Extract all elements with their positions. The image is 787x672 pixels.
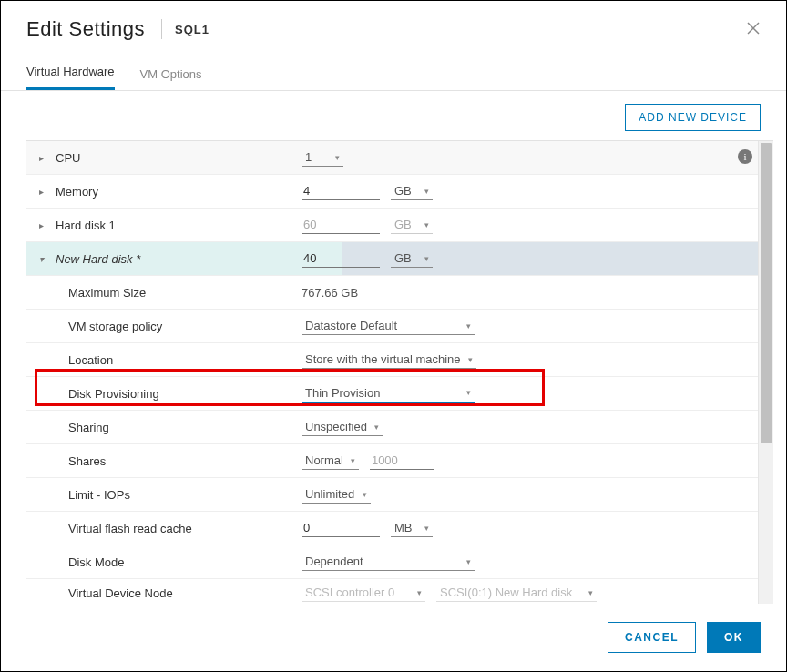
virtual-flash-unit-select[interactable]: MB▾ bbox=[391, 519, 433, 537]
tab-virtual-hardware[interactable]: Virtual Hardware bbox=[26, 57, 115, 90]
toolbar: ADD NEW DEVICE bbox=[1, 91, 786, 140]
row-disk-provisioning: Disk Provisioning Thin Provision▾ bbox=[26, 377, 758, 411]
chevron-right-icon: ▸ bbox=[39, 187, 48, 197]
disk-provisioning-select[interactable]: Thin Provision▾ bbox=[302, 384, 475, 403]
row-new-hard-disk[interactable]: ▾ New Hard disk * GB▾ bbox=[26, 242, 758, 276]
chevron-down-icon: ▾ bbox=[39, 254, 48, 264]
edit-settings-dialog: Edit Settings SQL1 Virtual Hardware VM O… bbox=[0, 0, 787, 672]
tab-bar: Virtual Hardware VM Options bbox=[1, 48, 786, 91]
memory-label: Memory bbox=[56, 185, 98, 199]
sharing-label: Sharing bbox=[68, 421, 109, 434]
row-virtual-flash: Virtual flash read cache MB▾ bbox=[26, 512, 758, 545]
scroll-wrap: ▸ CPU 1▾ i ▸ Memory bbox=[26, 140, 773, 604]
scsi-disk-select[interactable]: SCSI(0:1) New Hard disk▾ bbox=[436, 584, 597, 602]
dialog-footer: CANCEL OK bbox=[1, 604, 786, 671]
info-icon[interactable]: i bbox=[738, 149, 752, 164]
limit-iops-label: Limit - IOPs bbox=[68, 488, 130, 502]
ok-button[interactable]: OK bbox=[707, 622, 761, 653]
add-new-device-button[interactable]: ADD NEW DEVICE bbox=[625, 104, 761, 131]
device-rows: ▸ CPU 1▾ i ▸ Memory bbox=[26, 141, 758, 604]
dialog-header: Edit Settings SQL1 bbox=[1, 1, 786, 48]
row-sharing: Sharing Unspecified▾ bbox=[26, 411, 758, 444]
row-disk-mode: Disk Mode Dependent▾ bbox=[26, 545, 758, 579]
maximum-size-label: Maximum Size bbox=[68, 286, 146, 300]
virtual-flash-input[interactable] bbox=[302, 519, 380, 537]
row-hard-disk-1[interactable]: ▸ Hard disk 1 GB▾ bbox=[26, 209, 758, 242]
row-location: Location Store with the virtual machine▾ bbox=[26, 343, 758, 377]
scsi-controller-select[interactable]: SCSI controller 0▾ bbox=[302, 584, 425, 602]
shares-label: Shares bbox=[68, 454, 106, 468]
disk-mode-select[interactable]: Dependent▾ bbox=[302, 553, 475, 571]
dialog-title: Edit Settings bbox=[26, 17, 145, 41]
maximum-size-value: 767.66 GB bbox=[302, 286, 358, 300]
location-label: Location bbox=[68, 353, 113, 367]
new-hard-disk-unit-select[interactable]: GB▾ bbox=[391, 249, 433, 268]
memory-input[interactable] bbox=[302, 182, 380, 200]
cpu-select[interactable]: 1▾ bbox=[302, 148, 343, 167]
cpu-label: CPU bbox=[56, 151, 80, 165]
row-cpu[interactable]: ▸ CPU 1▾ i bbox=[26, 141, 758, 175]
location-select[interactable]: Store with the virtual machine▾ bbox=[302, 351, 476, 369]
disk-mode-label: Disk Mode bbox=[68, 555, 124, 569]
close-icon[interactable] bbox=[746, 21, 761, 40]
sharing-select[interactable]: Unspecified▾ bbox=[302, 418, 383, 436]
chevron-right-icon: ▸ bbox=[39, 220, 48, 230]
title-divider bbox=[161, 19, 162, 39]
shares-level-select[interactable]: Normal▾ bbox=[302, 452, 359, 470]
row-virtual-device-node: Virtual Device Node SCSI controller 0▾ S… bbox=[26, 579, 758, 604]
row-maximum-size: Maximum Size 767.66 GB bbox=[26, 276, 758, 310]
hard-disk-1-size-input[interactable] bbox=[302, 216, 380, 234]
shares-value-input[interactable] bbox=[370, 452, 434, 470]
hard-disk-1-unit-select[interactable]: GB▾ bbox=[391, 216, 433, 234]
cancel-button[interactable]: CANCEL bbox=[608, 622, 696, 653]
hard-disk-1-label: Hard disk 1 bbox=[56, 219, 116, 232]
limit-iops-select[interactable]: Unlimited▾ bbox=[302, 485, 371, 504]
tab-vm-options[interactable]: VM Options bbox=[140, 60, 202, 90]
storage-policy-label: VM storage policy bbox=[68, 320, 162, 333]
storage-policy-select[interactable]: Datastore Default▾ bbox=[302, 317, 475, 335]
dialog-subtitle: SQL1 bbox=[175, 23, 210, 36]
memory-unit-select[interactable]: GB▾ bbox=[391, 182, 433, 200]
row-limit-iops: Limit - IOPs Unlimited▾ bbox=[26, 478, 758, 512]
new-hard-disk-label: New Hard disk * bbox=[56, 252, 140, 266]
chevron-right-icon: ▸ bbox=[39, 153, 48, 163]
scrollbar-thumb[interactable] bbox=[761, 143, 772, 443]
new-hard-disk-size-input[interactable] bbox=[302, 249, 380, 268]
row-shares: Shares Normal▾ bbox=[26, 444, 758, 478]
virtual-device-node-label: Virtual Device Node bbox=[68, 586, 173, 600]
vertical-scrollbar[interactable] bbox=[758, 141, 773, 604]
virtual-flash-label: Virtual flash read cache bbox=[68, 522, 192, 535]
disk-provisioning-label: Disk Provisioning bbox=[68, 387, 159, 401]
dialog-body: ▸ CPU 1▾ i ▸ Memory bbox=[1, 140, 786, 604]
row-vm-storage-policy: VM storage policy Datastore Default▾ bbox=[26, 310, 758, 343]
row-memory[interactable]: ▸ Memory GB▾ bbox=[26, 175, 758, 209]
